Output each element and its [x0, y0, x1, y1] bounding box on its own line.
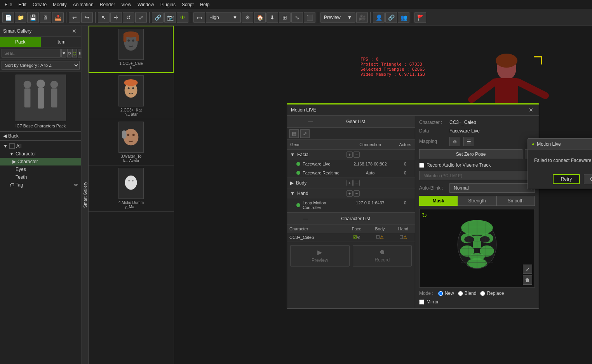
tree-all[interactable]: ▼ All: [0, 142, 81, 150]
gear-facial-add-button[interactable]: +: [346, 152, 353, 158]
gear-faceware-realtime-row[interactable]: Faceware Realtime Auto 0: [287, 169, 415, 178]
cancel-button[interactable]: Cancel: [584, 174, 592, 184]
thumb-1[interactable]: 1.CC3+_Caleb: [89, 26, 174, 73]
camera-button[interactable]: 📷: [164, 12, 176, 23]
face-expand-button[interactable]: ⤢: [523, 265, 532, 274]
gear-faceware-live-row[interactable]: Faceware Live 2.168.178.60:802 0: [287, 160, 415, 169]
gear-facial-remove-button[interactable]: −: [353, 152, 360, 158]
char-list-minus-button[interactable]: —: [301, 215, 310, 222]
mapping-list-button[interactable]: ☰: [463, 137, 474, 146]
transform-button[interactable]: ⬛: [304, 12, 315, 23]
preview-button[interactable]: ▶ Preview: [290, 245, 350, 266]
gear-body-remove-button[interactable]: −: [353, 180, 360, 186]
tree-tag[interactable]: 🏷 Tag ✏: [0, 181, 81, 189]
flag-button[interactable]: 🚩: [414, 12, 426, 23]
gear-leap-motion-row[interactable]: Leap Motion Controller 127.0.0.1:6437 0: [287, 199, 415, 212]
mode-blend-radio[interactable]: Blend: [458, 291, 477, 296]
edit-tag-icon[interactable]: ✏: [74, 182, 78, 188]
share-button[interactable]: 🔗: [385, 12, 397, 23]
tab-mask[interactable]: Mask: [419, 196, 458, 206]
retry-button[interactable]: Retry: [553, 174, 580, 184]
new-file-button[interactable]: 📄: [2, 12, 14, 23]
record-audio-checkbox[interactable]: [419, 163, 424, 168]
back-button[interactable]: ◀ Back: [0, 132, 81, 141]
tab-item[interactable]: Item: [41, 37, 82, 47]
thumb-4[interactable]: 4.Motio Dummy_Ma...: [89, 165, 174, 212]
motion-live-close-button[interactable]: ✕: [527, 107, 535, 113]
menu-help[interactable]: Help: [197, 1, 213, 8]
menu-view[interactable]: View: [118, 1, 134, 8]
sun-button[interactable]: ☀: [242, 12, 253, 23]
gear-body-add-button[interactable]: +: [346, 180, 353, 186]
tab-pack[interactable]: Pack: [0, 37, 41, 47]
move2-button[interactable]: ⤡: [291, 12, 303, 23]
smart-gallery-vertical-tab[interactable]: Smart Gallery: [82, 26, 89, 364]
thumb-2[interactable]: 2.CC3+_Kath... atar: [89, 73, 174, 119]
gear-grid-view-button[interactable]: ⤢: [300, 129, 310, 138]
scale-button[interactable]: ⤢: [135, 12, 147, 23]
mirror-checkbox[interactable]: [419, 300, 424, 305]
gear-hand-add-button[interactable]: +: [346, 190, 353, 197]
menu-edit[interactable]: Edit: [15, 1, 30, 8]
menu-plugins[interactable]: Plugins: [157, 1, 179, 8]
grid-button[interactable]: ⊞: [279, 12, 291, 23]
gear-body-header[interactable]: ▶ Body + −: [287, 178, 415, 188]
home-button[interactable]: 🏠: [254, 12, 266, 23]
record-button[interactable]: ⏺ Record: [353, 245, 412, 266]
snap-button[interactable]: 🔗: [152, 12, 164, 23]
body-check-icon: ☐: [376, 235, 380, 240]
preview-dropdown[interactable]: Preview ▼: [320, 12, 355, 23]
menu-script[interactable]: Script: [179, 1, 197, 8]
download-button[interactable]: ⬇: [266, 12, 278, 23]
face-delete-button[interactable]: 🗑: [523, 275, 532, 285]
refresh-button[interactable]: ↺: [67, 49, 71, 57]
mapping-face-button[interactable]: ☺: [449, 137, 460, 146]
open-file-button[interactable]: 📁: [15, 12, 26, 23]
face-rotate-icon[interactable]: ↻: [422, 212, 427, 219]
undo-button[interactable]: ↩: [69, 12, 80, 23]
sort-select[interactable]: Sort by Category : A to Z: [2, 61, 80, 70]
smart-gallery-close-button[interactable]: ✕: [70, 28, 78, 34]
redo-button[interactable]: ↪: [81, 12, 93, 23]
menu-file[interactable]: File: [2, 1, 15, 8]
export-button[interactable]: 📤: [52, 12, 64, 23]
thumb-3[interactable]: 3.Walter_Tok... Avata: [89, 119, 174, 165]
search-input[interactable]: [2, 49, 61, 57]
gear-hand-remove-button[interactable]: −: [353, 190, 360, 197]
mikrofon-select[interactable]: Mikrofon (PC-LM1E): [419, 171, 535, 180]
char-button[interactable]: 👤: [373, 12, 385, 23]
gear-hand-header[interactable]: ▼ Hand + −: [287, 188, 415, 199]
gear-facial-header[interactable]: ▼ Facial + −: [287, 150, 415, 160]
record-cam-button[interactable]: 🎥: [356, 12, 368, 23]
gear-minus-button[interactable]: —: [306, 118, 315, 125]
set-zero-pose-button[interactable]: Set Zero Pose: [419, 149, 522, 159]
tree-character-group[interactable]: ▼ Character: [0, 150, 81, 158]
filter-button[interactable]: ▼: [61, 49, 66, 57]
select-button[interactable]: ↖: [98, 12, 110, 23]
mode-replace-radio[interactable]: Replace: [480, 291, 504, 296]
rotate-button[interactable]: ↺: [123, 12, 134, 23]
gear-list-view-button[interactable]: ▤: [289, 129, 299, 138]
tab-strength[interactable]: Strength: [458, 196, 496, 206]
menu-modify[interactable]: Modify: [50, 1, 70, 8]
view-mode-button[interactable]: ▭: [193, 12, 205, 23]
menu-animation[interactable]: Animation: [70, 1, 96, 8]
tab-smooth[interactable]: Smooth: [496, 196, 535, 206]
tree-eyes[interactable]: Eyes: [0, 165, 81, 173]
group-button[interactable]: 👥: [398, 12, 409, 23]
render-button[interactable]: 🖥: [40, 12, 51, 23]
menu-render[interactable]: Render: [97, 1, 118, 8]
menu-create[interactable]: Create: [30, 1, 50, 8]
menu-window[interactable]: Window: [134, 1, 157, 8]
tree-character-item[interactable]: ▶ Character: [0, 158, 81, 165]
location-button[interactable]: ◎: [72, 49, 77, 57]
tree-teeth[interactable]: Teeth: [0, 173, 81, 181]
eye-button[interactable]: 👁: [177, 12, 188, 23]
save-file-button[interactable]: 💾: [27, 12, 39, 23]
char-row-caleb[interactable]: CC3+_Caleb ☑ ⊗ ☐ ⚠ ☐ ⚠: [287, 233, 415, 242]
mode-new-radio[interactable]: New: [438, 291, 454, 296]
quality-dropdown[interactable]: High ▼: [206, 12, 241, 23]
move-button[interactable]: ✛: [110, 12, 122, 23]
record-audio-row: Record Audio for Viseme Track: [419, 162, 535, 168]
auto-blink-select[interactable]: Normal: [449, 183, 535, 193]
